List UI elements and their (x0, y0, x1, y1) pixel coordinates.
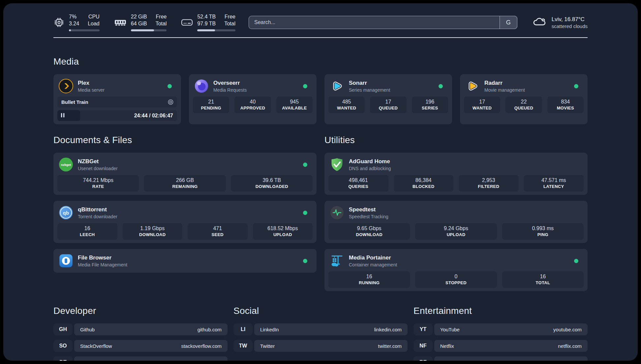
cpu-load-value: 3.24 (69, 20, 79, 27)
service-description: DNS and adblocking (349, 166, 391, 171)
stat-box: 498,461 QUERIES (328, 175, 388, 192)
cloud-icon (532, 16, 547, 29)
status-indicator (574, 259, 578, 263)
cpu-usage-label: CPU (88, 14, 100, 20)
stat-box: 266 GB REMAINING (144, 175, 226, 192)
service-name: Speedtest (349, 206, 388, 213)
status-indicator (439, 84, 443, 88)
section-title-utilities: Utilities (324, 135, 588, 145)
memory-progress-bar (131, 29, 167, 31)
stat-box: 0 STOPPED (415, 271, 497, 288)
service-name: Overseerr (213, 80, 247, 86)
stat-box: 471 SEED (188, 223, 248, 240)
service-description: Speedtest Tracking (349, 214, 388, 219)
status-indicator (574, 84, 578, 88)
filebrowser-icon (59, 254, 73, 268)
service-name: Plex (78, 80, 105, 86)
service-card-adguard[interactable]: AdGuard Home DNS and adblocking 498,461 … (324, 153, 588, 195)
service-description: Movie management (484, 87, 525, 93)
search-bar: G (249, 16, 517, 29)
search-input[interactable] (249, 16, 517, 29)
service-description: Series management (349, 87, 390, 93)
search-provider-button[interactable]: G (500, 16, 517, 29)
service-card-overseerr[interactable]: Overseerr Media Requests 21 PENDING 40 A… (189, 74, 317, 124)
now-playing-title: Bullet Train (61, 99, 88, 105)
disk-free-label: Free (224, 14, 235, 20)
bookmark-github[interactable]: GH Github github.com (53, 323, 228, 335)
disk-total-value: 97.9 TB (197, 20, 216, 27)
adguard-icon (330, 157, 344, 172)
status-indicator (303, 259, 307, 263)
bookmark-dev[interactable]: DT DEV dev.to (53, 356, 228, 361)
radarr-icon (465, 79, 480, 93)
stat-box: 2,953 FILTERED (459, 175, 519, 192)
service-name: File Browser (78, 255, 127, 261)
service-card-qbittorrent[interactable]: qb qBittorrent Torrent downloader 16 LEE… (53, 201, 317, 243)
memory-total-value: 64 GiB (131, 20, 147, 27)
service-card-speedtest[interactable]: Speedtest Speedtest Tracking 9.65 Gbps D… (324, 201, 588, 243)
dashboard-app: 7% 3.24 CPU Load (3, 3, 638, 361)
stat-box: 618.52 Mbps UPLOAD (253, 223, 313, 240)
speedtest-icon (330, 205, 344, 220)
service-description: Container management (349, 262, 397, 267)
disk-free-value: 52.4 TB (197, 14, 216, 20)
service-name: Sonarr (349, 80, 390, 86)
stat-box: 196 SERIES (412, 97, 448, 113)
stat-box: 9.24 Gbps UPLOAD (415, 223, 497, 240)
cpu-icon (53, 17, 65, 28)
host-stats: 7% 3.24 CPU Load (53, 14, 235, 32)
section-title-social: Social (233, 306, 408, 316)
svg-text:qb: qb (63, 210, 69, 216)
weather-widget: Lviv, 16.87°C scattered clouds (532, 16, 588, 29)
section-title-documents: Documents & Files (53, 135, 317, 145)
cpu-progress-bar (69, 29, 100, 31)
section-title-entertainment: Entertainment (413, 306, 588, 316)
bookmark-reddit[interactable]: RE Reddit reddit.com (413, 356, 588, 361)
weather-condition: scattered clouds (552, 23, 588, 29)
stat-box: 22 QUEUED (505, 97, 542, 113)
stat-box: 21 PENDING (193, 97, 229, 113)
service-card-filebrowser[interactable]: File Browser Media File Management (53, 249, 317, 273)
cpu-usage-value: 7% (69, 14, 79, 20)
overseerr-icon (194, 79, 209, 93)
playback-progress-bar: 24:44 / 02:06:47 (57, 110, 177, 121)
disk-total-label: Total (224, 20, 235, 27)
section-title-developer: Developer (53, 306, 228, 316)
service-description: Media File Management (78, 262, 127, 267)
header: 7% 3.24 CPU Load (53, 12, 588, 33)
qbittorrent-icon: qb (59, 205, 73, 220)
plex-icon (59, 79, 73, 93)
memory-stat-widget: 22 GiB 64 GiB Free Total (114, 14, 167, 32)
nzbget-icon: nzbget (59, 157, 73, 172)
stat-box: 47.571 ms LATENCY (524, 175, 584, 192)
status-indicator (303, 211, 307, 215)
service-card-radarr[interactable]: Radarr Movie management 17 WANTED 22 QUE… (460, 74, 588, 124)
stat-box: 16 LEECH (57, 223, 117, 240)
status-indicator (303, 84, 307, 88)
cpu-load-label: Load (88, 20, 100, 27)
service-name: NZBGet (78, 158, 118, 165)
stat-box: 744.21 Mbps RATE (57, 175, 139, 192)
service-card-portainer[interactable]: Media Portainer Container management 16 … (324, 249, 588, 291)
bookmark-twitter[interactable]: TW Twitter twitter.com (233, 340, 408, 352)
service-card-sonarr[interactable]: Sonarr Series management 485 WANTED 17 Q… (324, 74, 452, 124)
memory-free-label: Free (156, 14, 167, 20)
weather-location: Lviv, 16.87°C (552, 16, 588, 23)
pause-icon (61, 113, 65, 119)
disk-icon (181, 18, 193, 27)
stat-box: 1.19 Gbps DOWNLOAD (123, 223, 183, 240)
service-name: AdGuard Home (349, 158, 391, 165)
service-name: Radarr (484, 80, 525, 86)
bookmark-stackoverflow[interactable]: SO StackOverflow stackoverflow.com (53, 340, 228, 352)
bookmark-linkedin[interactable]: LI LinkedIn linkedin.com (233, 323, 408, 335)
cpu-stat-widget: 7% 3.24 CPU Load (53, 14, 100, 32)
disk-progress-bar (197, 29, 235, 31)
memory-icon (114, 18, 127, 27)
service-card-plex[interactable]: Plex Media server Bullet Train (53, 74, 181, 124)
bookmark-netflix[interactable]: NF Netflix netflix.com (413, 340, 588, 352)
service-name: Media Portainer (349, 255, 397, 261)
bookmark-youtube[interactable]: YT YouTube youtube.com (413, 323, 588, 335)
svg-text:nzbget: nzbget (61, 163, 71, 167)
playback-time: 24:44 / 02:06:47 (134, 113, 177, 119)
service-card-nzbget[interactable]: nzbget NZBGet Usenet downloader 744.21 M… (53, 153, 317, 195)
